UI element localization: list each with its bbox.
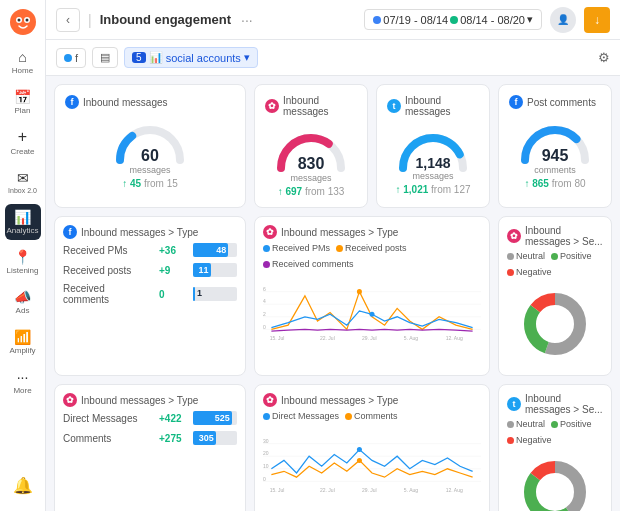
metric-value: 830 — [290, 155, 331, 173]
legend-label: Received posts — [345, 243, 407, 253]
line-chart-svg: 30 20 10 0 15. Jul 22. Jul 29. Jul 5. Au… — [263, 425, 481, 500]
sidebar-item-create[interactable]: + Create — [5, 124, 41, 160]
legend-label: Negative — [516, 435, 552, 445]
chart-title: Inbound messages > Type — [281, 395, 398, 406]
svg-point-31 — [357, 447, 362, 452]
analytics-icon: 📊 — [14, 209, 31, 225]
facebook-filter-button[interactable]: f — [56, 48, 86, 68]
create-icon: + — [18, 128, 27, 146]
breakdown-label: Received PMs — [63, 245, 153, 256]
metric-unit: messages — [412, 171, 453, 181]
metric-change: ↑ 697 from 133 — [278, 186, 345, 197]
sidebar-item-more[interactable]: ··· More — [5, 364, 41, 400]
metric-change: ↑ 1,021 from 127 — [395, 184, 470, 195]
filter-fb-label: f — [75, 52, 78, 64]
twitter-source-icon: t — [387, 99, 401, 113]
donut-chart-svg — [520, 457, 590, 511]
page-title: Inbound engagement — [100, 12, 231, 27]
facebook-source-icon: f — [63, 225, 77, 239]
topbar: ‹ | Inbound engagement ··· 07/19 - 08/14… — [46, 0, 620, 40]
type-breakdown-ig-card: ✿ Inbound messages > Type Direct Message… — [54, 384, 246, 511]
separator: | — [88, 12, 92, 28]
current-period-dot — [450, 16, 458, 24]
donut-chart-svg — [520, 289, 590, 359]
sidebar-item-label: More — [13, 386, 31, 395]
sidebar-item-inbox[interactable]: ✉ Inbox 2.0 — [5, 164, 41, 200]
sidebar: ⌂ Home 📅 Plan + Create ✉ Inbox 2.0 📊 Ana… — [0, 0, 46, 511]
sidebar-item-listening[interactable]: 📍 Listening — [5, 244, 41, 280]
chart-title: Inbound messages > Type — [81, 395, 198, 406]
filterbar: f ▤ 5 📊 social accounts ▾ ⚙ — [46, 40, 620, 76]
metric-value: 1,148 — [412, 155, 453, 171]
svg-point-13 — [357, 289, 362, 294]
svg-text:20: 20 — [263, 450, 269, 456]
instagram-source-icon: ✿ — [263, 393, 277, 407]
sidebar-item-home[interactable]: ⌂ Home — [5, 44, 41, 80]
svg-text:2: 2 — [263, 311, 266, 317]
sidebar-item-label: Analytics — [6, 226, 38, 235]
svg-text:15. Jul: 15. Jul — [270, 335, 285, 341]
more-options-button[interactable]: ··· — [241, 12, 253, 28]
svg-text:5. Aug: 5. Aug — [404, 487, 418, 493]
date-range-picker[interactable]: 07/19 - 08/14 08/14 - 08/20 ▾ — [364, 9, 542, 30]
legend-label: Neutral — [516, 419, 545, 429]
home-icon: ⌂ — [18, 49, 26, 65]
listening-icon: 📍 — [14, 249, 31, 265]
breakdown-label: Received comments — [63, 283, 153, 305]
breakdown-label: Received posts — [63, 265, 153, 276]
amplify-icon: 📶 — [14, 329, 31, 345]
user-avatar[interactable]: 👤 — [550, 7, 576, 33]
svg-point-32 — [357, 458, 362, 463]
sidebar-item-label: Plan — [14, 106, 30, 115]
sidebar-item-amplify[interactable]: 📶 Amplify — [5, 324, 41, 360]
svg-text:4: 4 — [263, 298, 266, 304]
sentiment-ig-card: ✿ Inbound messages > Se... Neutral Posit… — [498, 216, 612, 376]
breakdown-change: +9 — [159, 265, 187, 276]
plan-icon: 📅 — [14, 89, 31, 105]
metric-value: 60 — [129, 147, 170, 165]
accounts-count: 5 — [132, 52, 146, 63]
svg-text:10: 10 — [263, 463, 269, 469]
back-button[interactable]: ‹ — [56, 8, 80, 32]
sidebar-item-label: Inbox 2.0 — [8, 187, 37, 194]
sidebar-item-label: Home — [12, 66, 33, 75]
chart-legend: Neutral Positive Negative — [507, 419, 603, 445]
grid-filter-button[interactable]: ▤ — [92, 47, 118, 68]
social-accounts-filter[interactable]: 5 📊 social accounts ▾ — [124, 47, 258, 68]
breakdown-change: +422 — [159, 413, 187, 424]
export-button[interactable]: ↓ — [584, 7, 610, 33]
app-logo[interactable] — [9, 8, 37, 36]
instagram-source-icon: ✿ — [265, 99, 279, 113]
svg-text:22. Jul: 22. Jul — [320, 487, 335, 493]
metric-card-inbound-ig: ✿ Inbound messages 830 messages ↑ 697 fr… — [254, 84, 368, 208]
sidebar-item-plan[interactable]: 📅 Plan — [5, 84, 41, 120]
prev-period-dot — [373, 16, 381, 24]
accounts-label: social accounts — [166, 52, 241, 64]
metric-change: ↑ 865 from 80 — [524, 178, 585, 189]
breakdown-change: 0 — [159, 289, 187, 300]
notifications-button[interactable]: 🔔 — [5, 467, 41, 503]
breakdown-change: +275 — [159, 433, 187, 444]
metric-value: 945 — [534, 147, 576, 165]
sidebar-item-analytics[interactable]: 📊 Analytics — [5, 204, 41, 240]
svg-point-3 — [17, 19, 20, 22]
svg-text:0: 0 — [263, 324, 266, 330]
breakdown-row-dm: Direct Messages +422 525 — [63, 411, 237, 425]
svg-text:0: 0 — [263, 476, 266, 482]
filter-settings-button[interactable]: ⚙ — [598, 50, 610, 65]
twitter-source-icon: t — [507, 397, 521, 411]
breakdown-row-comments: Received comments 0 1 — [63, 283, 237, 305]
metric-card-inbound-fb: f Inbound messages 60 messages ↑ 45 from… — [54, 84, 246, 208]
breakdown-row-pms: Received PMs +36 48 — [63, 243, 237, 257]
card-title: Inbound messages — [283, 95, 357, 117]
facebook-dot — [64, 54, 72, 62]
breakdown-change: +36 — [159, 245, 187, 256]
type-breakdown-fb-card: f Inbound messages > Type Received PMs +… — [54, 216, 246, 376]
sidebar-item-label: Listening — [6, 266, 38, 275]
card-title: Inbound messages — [83, 97, 168, 108]
svg-point-4 — [25, 19, 28, 22]
line-chart-svg: 6 4 2 0 15. Jul 22. Jul 29. Jul 5. Aug 1… — [263, 273, 481, 348]
metric-unit: comments — [534, 165, 576, 175]
sidebar-item-ads[interactable]: 📣 Ads — [5, 284, 41, 320]
svg-text:12. Aug: 12. Aug — [446, 335, 463, 341]
